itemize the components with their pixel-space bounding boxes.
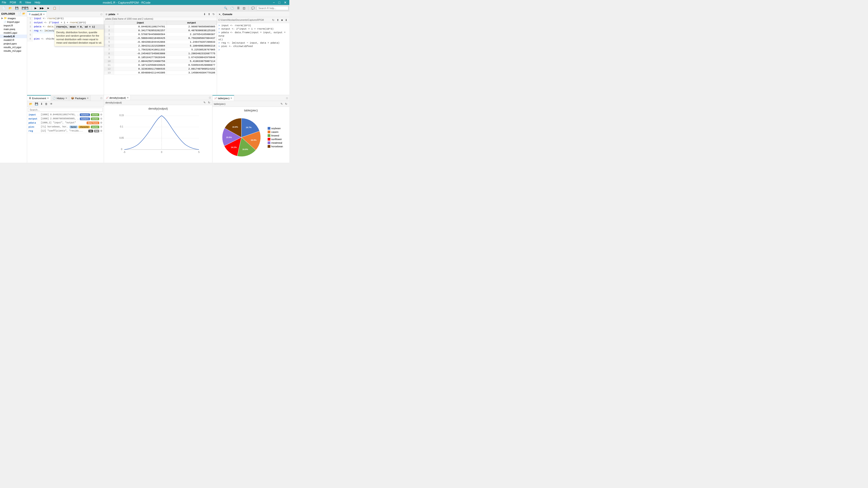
piec-refresh-button[interactable]: ↻	[284, 102, 288, 106]
menu-pgm[interactable]: PGM	[10, 1, 16, 4]
env-name-reg: reg	[29, 130, 40, 132]
list-button[interactable]: ☰	[236, 6, 241, 10]
minimize-button[interactable]: −	[272, 1, 276, 4]
sidebar-label-results-m1: results_m1.pgui	[4, 46, 21, 48]
packages-tab-close[interactable]: ✕	[87, 97, 89, 99]
pdata-col-header-output[interactable]: output	[166, 21, 217, 25]
sidebar-item-images[interactable]: ▶ 📁 images	[0, 16, 27, 20]
comment-button[interactable]: 💬	[250, 6, 256, 10]
env-badge-numeric-input: numeric	[80, 113, 90, 116]
env-search-input[interactable]	[28, 108, 103, 112]
history-button[interactable]: 🕐	[229, 6, 235, 10]
pdata-refresh-button[interactable]: ↻	[212, 12, 215, 16]
density-tab-close[interactable]: ✕	[127, 96, 129, 99]
menu-view[interactable]: View	[25, 1, 31, 4]
density-tab[interactable]: 📈 density(output) ✕	[104, 95, 131, 100]
piec-edit-button[interactable]: ✎	[280, 102, 283, 106]
env-desc-reg: [12] "coefficients", "residu...	[41, 130, 88, 132]
menu-r[interactable]: R	[20, 1, 22, 4]
sidebar-item-model1-pgui[interactable]: model1.pgui	[0, 31, 27, 35]
search-input[interactable]	[257, 6, 288, 10]
pdata-table[interactable]: input output 10.84402611892747012.969078…	[104, 21, 217, 95]
sidebar-folder-button[interactable]: 📂	[22, 12, 26, 15]
env-view-button[interactable]: 👁	[49, 102, 53, 106]
editor-tab-close[interactable]: ✕	[43, 13, 45, 15]
console-stop-button[interactable]: ■	[281, 18, 283, 22]
pie-legend-label-meatmeal: meatmeal	[271, 141, 282, 144]
new-file-button[interactable]: 📄	[1, 6, 6, 10]
console-line-5: > piec <- chickwts$feed	[218, 45, 288, 48]
env-delete-button[interactable]: 🗑	[44, 102, 49, 106]
pdata-download-button[interactable]: ⬇	[203, 12, 206, 16]
sidebar-item-main-pseq[interactable]: main.pseq	[0, 27, 27, 31]
sidebar-item-model1-r[interactable]: model1.R	[0, 35, 27, 38]
pdata-tab-close[interactable]: ✕	[117, 13, 119, 15]
debug-button[interactable]: ▶▶	[39, 6, 45, 10]
env-gear-pdata[interactable]: ⚙	[100, 121, 102, 124]
sidebar-new-button[interactable]: 📄	[18, 12, 22, 15]
env-badge-vector-piec: vector	[91, 126, 99, 128]
pie-legend-item-meatmeal: meatmeal	[268, 141, 283, 144]
sidebar-item-model2-r[interactable]: model2.R	[0, 38, 27, 42]
env-name-pdata: pdata	[29, 122, 40, 124]
history-tab-icon: 🕐	[53, 97, 56, 100]
editor-tab-bar: R model1.R ✕ □	[27, 11, 104, 17]
open-file-button[interactable]: 📂	[7, 6, 13, 10]
env-save-button[interactable]: 💾	[34, 102, 39, 106]
grid-button[interactable]: ◫	[242, 6, 246, 10]
console-content[interactable]: > input <- rnorm(10^3) > output <- 2*inp…	[217, 23, 289, 95]
packages-tab-icon: 📦	[71, 97, 74, 100]
copy-button[interactable]: 📋	[52, 6, 57, 10]
maximize-button[interactable]: □	[278, 1, 281, 4]
folder-arrow-icon: ▶	[1, 17, 3, 20]
pie-chart: 19.7%16.9%16.9%14.1%15.5%16.9%	[219, 115, 264, 160]
run-button[interactable]: ▶	[33, 6, 38, 10]
env-tab-environment[interactable]: ☰ Environment ✕	[27, 95, 51, 101]
console-restart-button[interactable]: ↻	[272, 18, 275, 22]
pdata-col-header-input[interactable]: input	[114, 21, 167, 25]
piec-tab[interactable]: 📈 table(piec) ✕	[213, 95, 234, 101]
density-refresh-button[interactable]: ↻	[207, 101, 211, 104]
piec-collapse-button[interactable]: □	[285, 96, 288, 100]
history-tab-close[interactable]: ✕	[65, 97, 67, 99]
pdata-upload-button[interactable]: ⬆	[207, 12, 211, 16]
env-gear-reg[interactable]: ⚙	[100, 129, 102, 132]
env-open-button[interactable]: 📂	[29, 102, 33, 106]
env-gear-piec[interactable]: ⚙	[100, 125, 102, 128]
env-gear-input[interactable]: ⚙	[100, 113, 102, 116]
pie-label-horsebean: 16.9%	[232, 126, 238, 128]
env-gear-output[interactable]: ⚙	[100, 117, 102, 120]
pdata-tab[interactable]: ✕	[116, 11, 120, 17]
density-collapse-button[interactable]: □	[209, 96, 211, 99]
env-tab-close[interactable]: ✕	[47, 97, 49, 99]
menu-file[interactable]: File	[2, 1, 6, 4]
console-toolbar: C:\Users\Nicolas\Documents\CapturesRPGM …	[217, 17, 289, 23]
menu-help[interactable]: Help	[35, 1, 40, 4]
save-button[interactable]: 💾	[14, 6, 20, 10]
toolbar: 📄 📂 💾 💾💾 ▶ ▶▶ ► 📋 🔍 🕐 ☰ ◫ 💬	[0, 5, 289, 11]
close-button[interactable]: ✕	[283, 1, 287, 4]
table-row: 20.34177020532622570.4870396938125183	[104, 29, 217, 33]
save-all-button[interactable]: 💾💾	[21, 6, 30, 10]
density-plot-title: density(output)	[149, 107, 168, 110]
editor-tab-model1[interactable]: R model1.R ✕	[27, 11, 47, 17]
env-collapse-button[interactable]: □	[100, 96, 103, 100]
pie-label-linseed: 16.9%	[242, 148, 248, 151]
sidebar-item-results-m2[interactable]: results_m2.pgui	[0, 49, 27, 53]
history-tab[interactable]: 🕐 History ✕	[51, 95, 69, 101]
console-upload-button[interactable]: ⬆	[276, 18, 280, 22]
density-edit-button[interactable]: ✎	[203, 101, 206, 104]
search-button[interactable]: 🔍	[223, 6, 228, 10]
console-line-6: >	[218, 48, 288, 52]
sidebar-item-results-m1[interactable]: results_m1.pgui	[0, 45, 27, 49]
editor-collapse-button[interactable]: □	[100, 13, 103, 16]
env-download-button[interactable]: ⬇	[40, 102, 43, 106]
packages-tab[interactable]: 📦 Packages ✕	[69, 95, 91, 101]
piec-tab-close[interactable]: ✕	[230, 97, 232, 99]
sidebar-item-import-pgui[interactable]: 📄 Import.pgui	[0, 20, 27, 24]
console-download-button[interactable]: ⬇	[284, 18, 288, 22]
sidebar-item-import-r[interactable]: import.R	[0, 24, 27, 27]
editor-tab-label: model1.R	[31, 13, 42, 16]
sidebar-item-project-ppro[interactable]: project.ppro	[0, 42, 27, 45]
send-button[interactable]: ►	[46, 6, 51, 10]
